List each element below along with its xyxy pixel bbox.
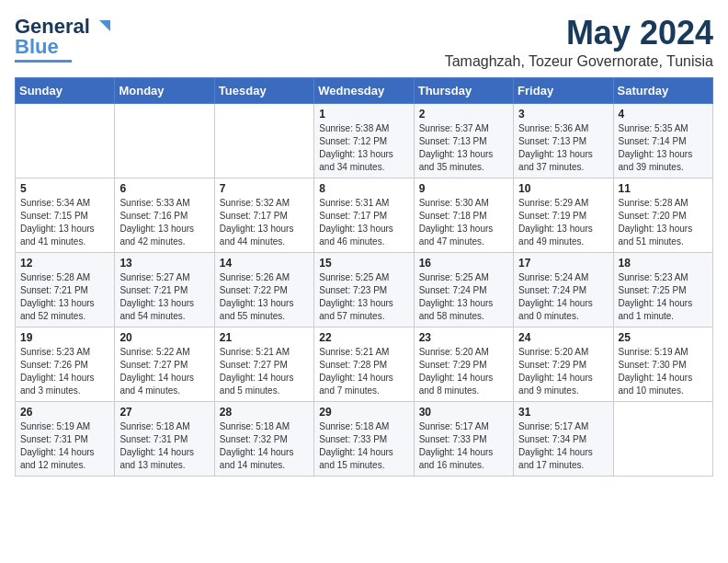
day-content: Sunrise: 5:24 AMSunset: 7:24 PMDaylight:… xyxy=(518,271,608,323)
day-info-line: Sunset: 7:24 PM xyxy=(419,285,487,295)
day-number: 1 xyxy=(319,108,408,121)
day-info-line: and 47 minutes. xyxy=(419,236,484,247)
calendar-cell: 8Sunrise: 5:31 AMSunset: 7:17 PMDaylight… xyxy=(314,178,414,252)
day-number: 17 xyxy=(518,257,608,270)
svg-marker-0 xyxy=(99,20,110,31)
day-number: 2 xyxy=(419,108,508,121)
day-info-line: and 13 minutes. xyxy=(119,460,185,470)
day-info-line: Sunrise: 5:18 AM xyxy=(319,421,389,431)
day-info-line: Sunset: 7:29 PM xyxy=(518,360,586,370)
day-info-line: Sunset: 7:32 PM xyxy=(220,434,288,444)
week-row-1: 1Sunrise: 5:38 AMSunset: 7:12 PMDaylight… xyxy=(16,103,713,178)
day-content: Sunrise: 5:18 AMSunset: 7:31 PMDaylight:… xyxy=(119,420,209,472)
day-number: 6 xyxy=(119,182,209,195)
day-info-line: and 51 minutes. xyxy=(619,236,684,247)
calendar-cell: 17Sunrise: 5:24 AMSunset: 7:24 PMDayligh… xyxy=(514,252,613,327)
month-year: May 2024 xyxy=(445,15,713,52)
calendar-cell: 28Sunrise: 5:18 AMSunset: 7:32 PMDayligh… xyxy=(214,401,313,476)
day-content: Sunrise: 5:23 AMSunset: 7:25 PMDaylight:… xyxy=(619,271,708,323)
day-number: 11 xyxy=(619,182,708,195)
day-info-line: and 12 minutes. xyxy=(20,460,85,470)
day-info-line: Daylight: 14 hours xyxy=(220,447,294,457)
day-info-line: Sunset: 7:33 PM xyxy=(419,434,487,444)
day-info-line: Sunrise: 5:36 AM xyxy=(518,123,588,133)
logo: General Blue xyxy=(15,15,112,63)
day-number: 19 xyxy=(20,331,109,344)
day-info-line: Daylight: 14 hours xyxy=(319,447,393,457)
calendar-cell: 26Sunrise: 5:19 AMSunset: 7:31 PMDayligh… xyxy=(16,401,115,476)
day-content: Sunrise: 5:30 AMSunset: 7:18 PMDaylight:… xyxy=(419,197,508,248)
logo-icon xyxy=(92,17,112,37)
day-info-line: Daylight: 14 hours xyxy=(518,298,593,308)
calendar-cell: 24Sunrise: 5:20 AMSunset: 7:29 PMDayligh… xyxy=(514,327,613,401)
day-number: 4 xyxy=(619,108,708,121)
day-info-line: Sunrise: 5:19 AM xyxy=(20,421,90,431)
day-info-line: Sunset: 7:33 PM xyxy=(319,434,387,444)
day-info-line: and 35 minutes. xyxy=(419,162,484,172)
day-info-line: Daylight: 13 hours xyxy=(319,298,393,308)
header-cell-tuesday: Tuesday xyxy=(214,77,313,103)
day-info-line: Daylight: 13 hours xyxy=(220,224,294,234)
day-info-line: Sunset: 7:15 PM xyxy=(20,211,88,221)
header-cell-monday: Monday xyxy=(115,77,214,103)
day-content: Sunrise: 5:20 AMSunset: 7:29 PMDaylight:… xyxy=(518,346,608,397)
day-number: 16 xyxy=(419,257,508,270)
calendar-cell: 18Sunrise: 5:23 AMSunset: 7:25 PMDayligh… xyxy=(613,252,712,327)
calendar-cell: 19Sunrise: 5:23 AMSunset: 7:26 PMDayligh… xyxy=(16,327,115,401)
day-content: Sunrise: 5:26 AMSunset: 7:22 PMDaylight:… xyxy=(220,271,309,323)
day-info-line: Daylight: 13 hours xyxy=(20,224,95,234)
day-info-line: Sunrise: 5:19 AM xyxy=(619,347,688,357)
day-info-line: Daylight: 13 hours xyxy=(220,298,294,308)
day-info-line: Sunrise: 5:32 AM xyxy=(220,198,290,208)
day-info-line: Sunrise: 5:37 AM xyxy=(419,123,489,133)
day-info-line: Sunrise: 5:35 AM xyxy=(619,123,688,133)
day-info-line: Sunset: 7:19 PM xyxy=(518,211,586,221)
day-number: 22 xyxy=(319,331,408,344)
header-cell-friday: Friday xyxy=(514,77,613,103)
day-number: 10 xyxy=(518,182,608,195)
page-header: General Blue May 2024 Tamaghzah, Tozeur … xyxy=(15,15,713,70)
day-info-line: Daylight: 14 hours xyxy=(20,373,95,383)
day-info-line: Daylight: 14 hours xyxy=(518,447,593,457)
day-info-line: Sunrise: 5:25 AM xyxy=(319,272,389,282)
day-content: Sunrise: 5:34 AMSunset: 7:15 PMDaylight:… xyxy=(20,197,109,248)
day-info-line: Sunrise: 5:30 AM xyxy=(419,198,489,208)
location: Tamaghzah, Tozeur Governorate, Tunisia xyxy=(445,53,713,70)
logo-blue: Blue xyxy=(15,35,59,59)
day-number: 8 xyxy=(319,182,408,195)
day-info-line: and 41 minutes. xyxy=(20,236,85,247)
day-content: Sunrise: 5:20 AMSunset: 7:29 PMDaylight:… xyxy=(419,346,508,397)
day-number: 31 xyxy=(518,406,608,419)
day-content: Sunrise: 5:37 AMSunset: 7:13 PMDaylight:… xyxy=(419,122,508,174)
day-info-line: and 9 minutes. xyxy=(518,385,579,396)
day-info-line: Sunset: 7:14 PM xyxy=(619,136,687,146)
day-info-line: and 7 minutes. xyxy=(319,385,380,396)
day-info-line: and 1 minute. xyxy=(619,311,675,321)
week-row-5: 26Sunrise: 5:19 AMSunset: 7:31 PMDayligh… xyxy=(16,401,713,476)
day-info-line: Sunrise: 5:23 AM xyxy=(20,347,90,357)
day-info-line: Daylight: 14 hours xyxy=(619,298,693,308)
day-info-line: Sunrise: 5:18 AM xyxy=(220,421,290,431)
day-info-line: Sunset: 7:17 PM xyxy=(220,211,288,221)
day-info-line: and 57 minutes. xyxy=(319,311,384,321)
day-info-line: Daylight: 14 hours xyxy=(20,447,95,457)
day-info-line: and 37 minutes. xyxy=(518,162,584,172)
calendar-cell: 16Sunrise: 5:25 AMSunset: 7:24 PMDayligh… xyxy=(414,252,513,327)
day-info-line: Daylight: 13 hours xyxy=(20,298,95,308)
day-info-line: Sunset: 7:17 PM xyxy=(319,211,387,221)
day-info-line: Sunrise: 5:38 AM xyxy=(319,123,389,133)
day-number: 29 xyxy=(319,406,408,419)
day-info-line: Sunset: 7:18 PM xyxy=(419,211,487,221)
day-content: Sunrise: 5:22 AMSunset: 7:27 PMDaylight:… xyxy=(119,346,209,397)
day-number: 5 xyxy=(20,182,109,195)
calendar-cell: 6Sunrise: 5:33 AMSunset: 7:16 PMDaylight… xyxy=(115,178,214,252)
day-number: 14 xyxy=(220,257,309,270)
day-info-line: and 54 minutes. xyxy=(119,311,185,321)
day-number: 25 xyxy=(619,331,708,344)
day-info-line: and 52 minutes. xyxy=(20,311,85,321)
day-info-line: Daylight: 13 hours xyxy=(518,149,593,159)
header-cell-thursday: Thursday xyxy=(414,77,513,103)
day-content: Sunrise: 5:35 AMSunset: 7:14 PMDaylight:… xyxy=(619,122,708,174)
day-number: 9 xyxy=(419,182,508,195)
day-content: Sunrise: 5:23 AMSunset: 7:26 PMDaylight:… xyxy=(20,346,109,397)
